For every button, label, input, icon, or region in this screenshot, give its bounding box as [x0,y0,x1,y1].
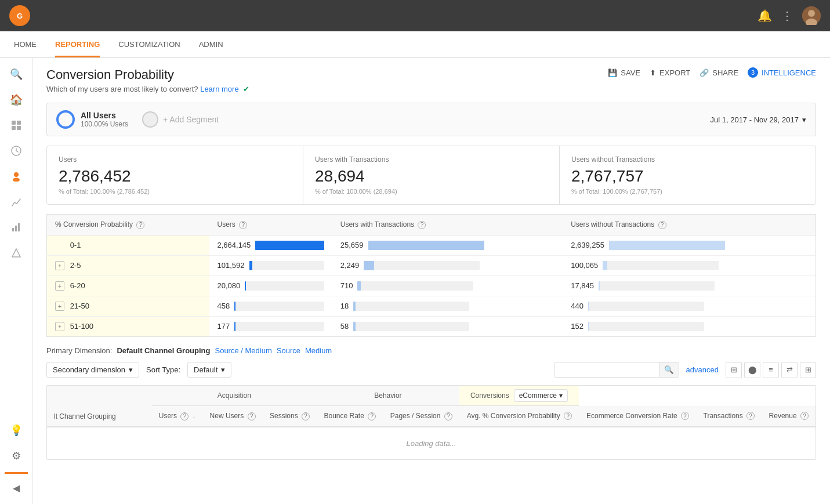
search-input[interactable] [554,362,659,377]
users-cell: 101,592 [209,255,332,275]
share-button[interactable]: 🔗 SHARE [699,68,738,77]
stat-with-tx-value: 28,694 [315,167,548,186]
with-tx-value: 25,659 [340,241,364,249]
with-tx-header-text: Users with Transactions [340,220,414,229]
without-tx-value: 440 [571,302,583,310]
subtitle-text: Which of my users are most likely to con… [46,85,198,93]
sidebar-item-dashboard[interactable] [5,114,28,137]
medium-link[interactable]: Medium [305,346,332,355]
col-new-users-help[interactable]: ? [248,412,256,420]
sidebar-item-settings[interactable]: ⚙ [5,444,28,467]
col-users-text: Users [159,412,177,420]
expand-btn[interactable]: + [55,302,64,311]
prob-col-header: % Conversion Probability ? [47,215,209,235]
col-new-users-text: New Users [210,412,244,420]
without-tx-cell: 17,845 [563,275,815,296]
segment-name: All Users [81,111,128,120]
sidebar-item-realtime[interactable] [5,139,28,162]
source-link[interactable]: Source [277,346,300,355]
prob-help-icon[interactable]: ? [136,221,144,229]
prob-table-row: + 6-20 20,080 710 17,845 [47,275,816,296]
with-tx-help-icon[interactable]: ? [418,221,426,229]
col-users-help[interactable]: ? [180,412,189,420]
users-value: 20,080 [218,281,241,290]
add-segment-btn[interactable]: + Add Segment [142,111,219,128]
table-empty: Loading data... [47,427,815,459]
with-tx-value: 710 [340,281,353,290]
sidebar-item-search[interactable]: 🔍 [5,63,28,86]
col-ecommerce-rate: Ecommerce Conversion Rate ? [579,406,696,427]
svg-rect-14 [18,223,20,231]
logo[interactable]: G [9,5,30,26]
sidebar-item-audience[interactable] [5,165,28,188]
sidebar-item-conversions[interactable] [5,241,28,264]
col-sessions: Sessions ? [263,406,317,427]
sidebar-item-acquisition[interactable] [5,190,28,213]
col-ecommerce-rate-help[interactable]: ? [681,412,689,420]
expand-btn[interactable]: + [55,322,64,331]
with-tx-value: 2,249 [340,261,360,270]
nav-customization[interactable]: CUSTOMIZATION [118,31,180,57]
chart-view-icon[interactable]: ⬤ [744,362,760,378]
without-tx-bar-bg [599,281,715,291]
save-label: SAVE [621,68,640,77]
users-bar-fill [249,261,252,270]
pivot-view-icon[interactable]: ⊞ [800,362,816,378]
stat-users-without-tx: Users without Transactions 2,767,757 % o… [560,146,815,204]
users-value: 2,664,145 [218,241,251,249]
col-transactions-help[interactable]: ? [746,412,755,420]
col-sessions-help[interactable]: ? [302,412,310,420]
bell-icon[interactable]: 🔔 [757,9,772,23]
source-medium-link[interactable]: Source / Medium [215,346,271,355]
ecommerce-dropdown[interactable]: eCommerce ▾ [514,389,568,402]
users-help-icon[interactable]: ? [239,221,247,229]
prob-range-text: 21-50 [70,302,89,310]
list-view-icon[interactable]: ≡ [763,362,779,378]
grid-view-icon[interactable]: ⊞ [726,362,742,378]
col-revenue-help[interactable]: ? [800,412,809,420]
more-vert-icon[interactable]: ⋮ [781,9,793,23]
col-bounce-rate-help[interactable]: ? [368,412,376,420]
stat-users: Users 2,786,452 % of Total: 100.00% (2,7… [47,146,303,204]
top-bar-left: G [9,5,30,26]
all-users-segment[interactable]: All Users 100.00% Users [56,110,128,129]
col-revenue: Revenue ? [762,406,815,427]
without-tx-bar-fill [609,241,725,250]
page-header-left: Conversion Probability Which of my users… [46,67,249,93]
sidebar-item-insights[interactable]: 💡 [5,419,28,442]
users-bar-bg [234,322,324,331]
col-avg-prob-help[interactable]: ? [564,412,572,420]
col-new-users: New Users ? [202,406,262,427]
main-layout: 🔍 🏠 💡 ⚙ ◀ Conversion [0,58,830,504]
nav-reporting[interactable]: REPORTING [55,31,100,57]
svg-rect-13 [15,226,17,231]
secondary-nav: HOME REPORTING CUSTOMIZATION ADMIN [0,31,830,58]
without-tx-bar-fill [599,281,600,291]
share-icon: 🔗 [699,68,709,77]
without-tx-help-icon[interactable]: ? [658,221,666,229]
advanced-link[interactable]: advanced [686,365,719,374]
expand-btn[interactable]: + [55,281,64,291]
search-button[interactable]: 🔍 [659,362,679,377]
export-button[interactable]: ⬆ EXPORT [650,68,690,77]
save-button[interactable]: 💾 SAVE [608,68,640,77]
learn-more-link[interactable]: Learn more [200,85,238,93]
with-tx-cell: 58 [332,316,563,336]
sidebar-collapse-btn[interactable]: ◀ [5,476,28,499]
date-range-selector[interactable]: Jul 1, 2017 - Nov 29, 2017 ▾ [711,115,807,124]
stat-without-tx-sub: % of Total: 100.00% (2,767,757) [571,188,804,195]
intelligence-button[interactable]: 3 INTELLIGENCE [748,67,816,78]
secondary-dim-dropdown[interactable]: Secondary dimension ▾ [46,362,139,378]
compare-view-icon[interactable]: ⇄ [781,362,798,378]
col-bounce-rate: Bounce Rate ? [317,406,383,427]
sort-type-dropdown[interactable]: Default ▾ [187,362,231,378]
channel-grouping-header: lt Channel Grouping [47,386,152,427]
sidebar-item-behavior[interactable] [5,216,28,239]
nav-home[interactable]: HOME [14,31,37,57]
nav-admin[interactable]: ADMIN [199,31,223,57]
stat-users-label: Users [59,155,291,164]
avatar[interactable] [802,6,821,25]
sidebar-item-home[interactable]: 🏠 [5,88,28,111]
col-pages-session-help[interactable]: ? [444,412,452,420]
expand-btn[interactable]: + [55,261,64,270]
